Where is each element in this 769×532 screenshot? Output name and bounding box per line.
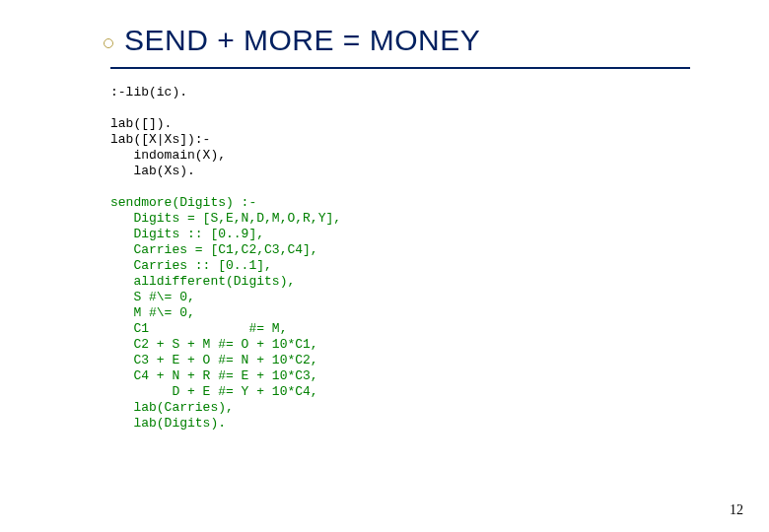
code-line: indomain(X), — [110, 148, 226, 163]
page-number: 12 — [730, 502, 743, 518]
code-line-green: Digits :: [0..9], — [110, 227, 264, 241]
code-line-green: lab(Digits). — [110, 416, 226, 431]
code-block: :-lib(ic). lab([]). lab([X|Xs]):- indoma… — [110, 85, 341, 432]
code-line-green: C1 #= M, — [110, 321, 287, 336]
code-line-green: D + E #= Y + 10*C4, — [110, 384, 318, 399]
code-line: lab([X|Xs]):- — [110, 132, 210, 147]
code-line-green: S #\= 0, — [110, 290, 195, 304]
code-line-green: lab(Carries), — [110, 400, 234, 415]
code-line-green: alldifferent(Digits), — [110, 274, 295, 289]
code-line-green: Digits = [S,E,N,D,M,O,R,Y], — [110, 211, 341, 226]
code-line-green: Carries :: [0..1], — [110, 258, 272, 273]
code-line-green: C4 + N + R #= E + 10*C3, — [110, 368, 318, 383]
slide-title: SEND + MORE = MONEY — [124, 24, 710, 57]
title-bullet-icon — [104, 38, 113, 48]
code-line-green: C2 + S + M #= O + 10*C1, — [110, 337, 318, 352]
slide: SEND + MORE = MONEY :-lib(ic). lab([]). … — [0, 0, 769, 532]
code-line: lab([]). — [110, 116, 172, 131]
code-line-green: C3 + E + O #= N + 10*C2, — [110, 353, 318, 367]
code-line-green: sendmore(Digits) :- — [110, 195, 256, 210]
title-area: SEND + MORE = MONEY — [124, 24, 710, 77]
code-line: :-lib(ic). — [110, 85, 187, 100]
title-underline — [110, 67, 690, 69]
code-line-green: Carries = [C1,C2,C3,C4], — [110, 242, 318, 257]
code-line: lab(Xs). — [110, 164, 195, 178]
code-line-green: M #\= 0, — [110, 305, 195, 320]
